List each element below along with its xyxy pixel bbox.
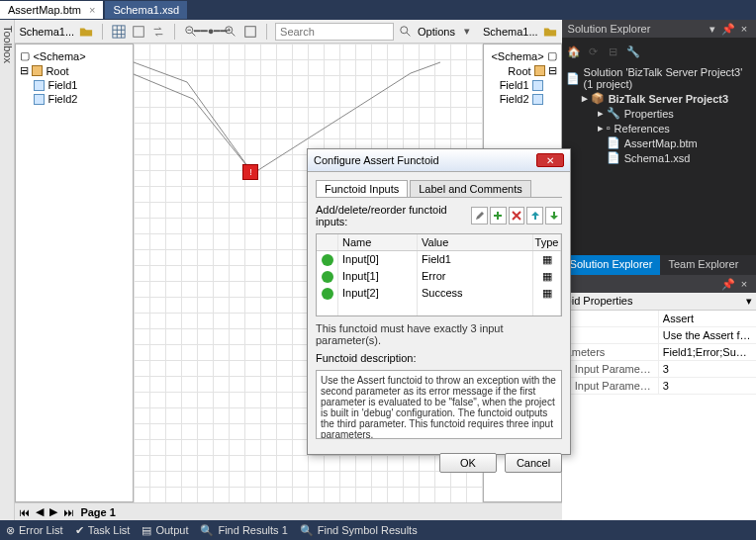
assert-functoid[interactable]: ! — [242, 164, 258, 180]
check-icon — [322, 271, 333, 283]
page-label[interactable]: Page 1 — [80, 506, 115, 518]
statusbar-output[interactable]: ▤ Output — [142, 524, 188, 537]
tree-field[interactable]: Field1 — [488, 78, 543, 92]
zoom-fit-icon[interactable] — [242, 24, 258, 40]
swap-icon[interactable] — [150, 24, 166, 40]
solution-explorer: 🏠 ⟳ ⊟ 🔧 📄 Solution 'BizTalk Server Proje… — [562, 38, 756, 255]
dropdown-icon[interactable]: ▾ — [707, 23, 718, 35]
tree-schema-tag[interactable]: ▢ <Schema> — [20, 48, 129, 63]
properties-grid: sAssert sUse the Assert functoid to thro… — [562, 311, 756, 520]
statusbar-find-results[interactable]: 🔍 Find Results 1 — [200, 524, 287, 537]
tab-assertmap[interactable]: AssertMap.btm × — [0, 1, 103, 19]
tree-root[interactable]: Root ⊟ — [488, 63, 557, 78]
toolbox-rail[interactable]: Toolbox — [0, 20, 15, 520]
tree-schema-tag[interactable]: <Schema> ▢ — [488, 48, 557, 63]
input-row[interactable]: Input[0] Field1 ▦ — [317, 251, 561, 268]
next-page-icon[interactable]: ▶ — [49, 505, 57, 518]
property-row[interactable]: sAssert — [562, 311, 756, 327]
type-icon: ▦ — [533, 268, 561, 285]
svg-rect-0 — [113, 25, 125, 37]
param-note: This functoid must have exactly 3 input … — [316, 322, 562, 346]
pin-icon[interactable]: 📌 — [722, 23, 734, 35]
tab-team-explorer[interactable]: Team Explorer — [660, 255, 746, 275]
statusbar-find-symbol[interactable]: 🔍 Find Symbol Results — [300, 524, 418, 537]
field-icon — [34, 80, 45, 91]
collapse-all-icon[interactable]: ⊟ — [606, 44, 621, 59]
dialog-buttons: OK Cancel — [308, 447, 570, 479]
property-row[interactable]: ametersField1;Error;Success — [562, 344, 756, 361]
desc-label: Functoid description: — [316, 352, 562, 364]
explorer-tabstrip: Solution Explorer Team Explorer — [562, 255, 756, 275]
reorder-label: Add/delete/reorder functoid inputs: — [316, 204, 469, 227]
check-icon — [322, 288, 333, 300]
statusbar-error-list[interactable]: ⊗ Error List — [6, 524, 63, 537]
close-icon[interactable]: × — [89, 4, 95, 16]
property-row[interactable]: n Input Parameters3 — [562, 378, 756, 395]
delete-icon[interactable] — [509, 207, 525, 225]
properties-header[interactable]: oid Properties ▾ — [562, 293, 756, 311]
inputs-grid: Name Value Type Input[0] Field1 ▦ Input[… — [316, 233, 562, 316]
zoom-in-icon[interactable] — [223, 24, 238, 40]
col-name: Name — [338, 234, 418, 250]
search-input[interactable] — [275, 23, 394, 41]
last-page-icon[interactable]: ⏭ — [63, 506, 74, 518]
ok-button[interactable]: OK — [439, 453, 497, 473]
project-item[interactable]: ▸ ▫ References — [598, 121, 752, 135]
tree-field[interactable]: Field2 — [488, 92, 543, 106]
properties-title-bar: 📌 × — [562, 275, 756, 293]
type-icon: ▦ — [533, 251, 561, 268]
project-item[interactable]: ▸ 🔧 Properties — [598, 106, 752, 121]
search-icon[interactable] — [398, 24, 414, 40]
property-row[interactable]: n Input Parameters3 — [562, 361, 756, 378]
input-row[interactable]: Input[2] Success ▦ — [317, 285, 561, 302]
record-icon — [32, 65, 43, 76]
move-down-icon[interactable] — [545, 207, 562, 225]
close-icon[interactable]: × — [738, 23, 750, 35]
options-label[interactable]: Options — [418, 26, 455, 38]
input-row-empty[interactable] — [317, 302, 561, 315]
tree-root[interactable]: ⊟ Root — [20, 63, 129, 78]
tab-label-comments[interactable]: Label and Comments — [410, 180, 531, 197]
statusbar-task-list[interactable]: ✔ Task List — [75, 524, 131, 537]
close-icon[interactable]: × — [738, 278, 750, 290]
svg-point-5 — [401, 26, 408, 33]
tab-functoid-inputs[interactable]: Functoid Inputs — [316, 180, 408, 197]
refresh-icon[interactable]: ⟳ — [586, 44, 602, 59]
move-up-icon[interactable] — [526, 207, 543, 225]
open-dest-icon[interactable] — [542, 24, 558, 40]
pin-icon[interactable]: 📌 — [722, 278, 734, 290]
tab-schema1[interactable]: Schema1.xsd — [105, 1, 187, 19]
tree-field[interactable]: Field1 — [34, 78, 129, 92]
zoom-slider[interactable]: ━━●━━ — [203, 24, 219, 40]
properties-icon[interactable]: 🔧 — [625, 44, 641, 59]
project-item[interactable]: 📄 Schema1.xsd — [598, 150, 752, 165]
toggle-icon[interactable] — [131, 24, 146, 40]
first-page-icon[interactable]: ⏮ — [19, 506, 30, 518]
source-tree: ▢ <Schema> ⊟ Root Field1 Field2 — [16, 45, 133, 110]
page-navigator: ⏮ ◀ ▶ ⏭ Page 1 — [15, 502, 561, 520]
solution-toolbar: 🏠 ⟳ ⊟ 🔧 — [566, 42, 752, 61]
cancel-button[interactable]: Cancel — [505, 453, 562, 473]
close-icon[interactable]: ✕ — [536, 153, 564, 167]
chevron-down-icon[interactable]: ▾ — [459, 24, 475, 40]
property-row[interactable]: sUse the Assert functoid to throw an — [562, 327, 756, 344]
field-icon — [532, 80, 543, 91]
check-icon — [322, 254, 333, 266]
home-icon[interactable]: 🏠 — [566, 44, 582, 59]
prev-page-icon[interactable]: ◀ — [36, 505, 44, 518]
col-value: Value — [418, 234, 533, 250]
dialog-tabs: Functoid Inputs Label and Comments — [316, 180, 562, 198]
project-item[interactable]: 📄 AssertMap.btm — [598, 135, 752, 150]
dialog-titlebar[interactable]: Configure Assert Functoid ✕ — [308, 149, 570, 172]
input-row[interactable]: Input[1] Error ▦ — [317, 268, 561, 285]
svg-rect-1 — [134, 26, 144, 37]
tab-solution-explorer[interactable]: Solution Explorer — [562, 255, 661, 275]
edit-icon[interactable] — [471, 207, 488, 225]
open-source-icon[interactable] — [78, 24, 94, 40]
tree-field[interactable]: Field2 — [34, 92, 129, 106]
functoid-description: Use the Assert functoid to throw an exce… — [316, 370, 562, 439]
grid-icon[interactable] — [111, 24, 127, 40]
project-node[interactable]: ▸ 📦 BizTalk Server Project3 — [582, 91, 752, 106]
solution-node[interactable]: 📄 Solution 'BizTalk Server Project3' (1 … — [566, 65, 752, 91]
add-icon[interactable] — [490, 207, 507, 225]
